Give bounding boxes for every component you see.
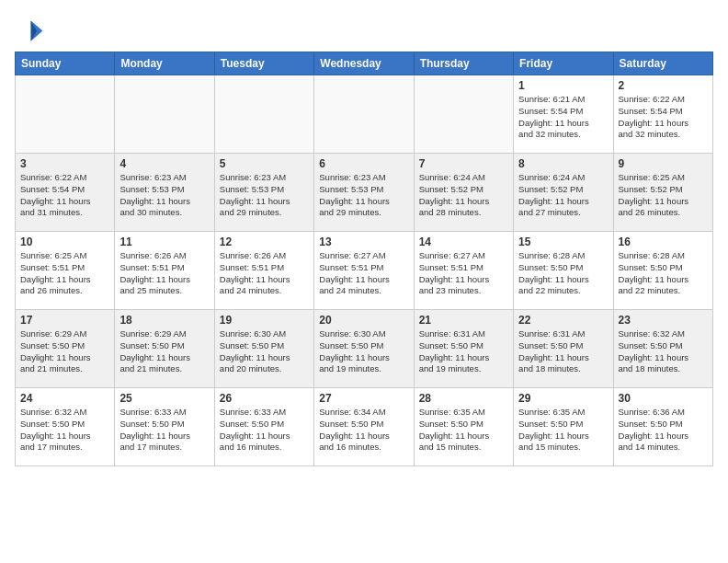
calendar-cell [314, 75, 414, 154]
day-number: 3 [20, 157, 109, 170]
day-info: Sunrise: 6:27 AM Sunset: 5:51 PM Dayligh… [319, 250, 408, 297]
day-number: 7 [419, 157, 508, 170]
day-info: Sunrise: 6:23 AM Sunset: 5:53 PM Dayligh… [119, 172, 209, 219]
calendar-cell: 17Sunrise: 6:29 AM Sunset: 5:50 PM Dayli… [16, 310, 115, 388]
day-number: 14 [419, 236, 508, 248]
day-info: Sunrise: 6:23 AM Sunset: 5:53 PM Dayligh… [319, 172, 408, 219]
day-info: Sunrise: 6:32 AM Sunset: 5:50 PM Dayligh… [619, 328, 708, 375]
calendar-cell: 5Sunrise: 6:23 AM Sunset: 5:53 PM Daylig… [214, 154, 313, 232]
weekday-header-friday: Friday [514, 52, 613, 75]
day-info: Sunrise: 6:26 AM Sunset: 5:51 PM Dayligh… [220, 250, 309, 297]
day-info: Sunrise: 6:24 AM Sunset: 5:52 PM Dayligh… [518, 172, 608, 219]
calendar-cell: 18Sunrise: 6:29 AM Sunset: 5:50 PM Dayli… [115, 310, 214, 388]
calendar-cell: 16Sunrise: 6:28 AM Sunset: 5:50 PM Dayli… [613, 232, 712, 310]
day-number: 16 [619, 236, 708, 248]
day-number: 4 [119, 157, 209, 170]
day-number: 1 [518, 79, 608, 92]
day-number: 13 [319, 236, 408, 248]
weekday-header-saturday: Saturday [613, 52, 712, 75]
day-number: 27 [319, 392, 408, 405]
day-info: Sunrise: 6:32 AM Sunset: 5:50 PM Dayligh… [20, 407, 109, 454]
day-info: Sunrise: 6:35 AM Sunset: 5:50 PM Dayligh… [419, 407, 508, 454]
calendar-cell: 6Sunrise: 6:23 AM Sunset: 5:53 PM Daylig… [314, 154, 414, 232]
calendar-cell: 21Sunrise: 6:31 AM Sunset: 5:50 PM Dayli… [414, 310, 513, 388]
day-number: 29 [518, 392, 608, 405]
calendar-cell: 20Sunrise: 6:30 AM Sunset: 5:50 PM Dayli… [314, 310, 414, 388]
day-info: Sunrise: 6:22 AM Sunset: 5:54 PM Dayligh… [20, 172, 109, 219]
day-info: Sunrise: 6:27 AM Sunset: 5:51 PM Dayligh… [419, 250, 508, 297]
calendar-cell [414, 75, 513, 154]
day-number: 21 [419, 314, 508, 327]
weekday-header-thursday: Thursday [414, 52, 513, 75]
logo-icon [15, 15, 44, 44]
calendar-week-row: 10Sunrise: 6:25 AM Sunset: 5:51 PM Dayli… [16, 232, 713, 310]
calendar-table: SundayMondayTuesdayWednesdayThursdayFrid… [15, 52, 713, 466]
day-info: Sunrise: 6:30 AM Sunset: 5:50 PM Dayligh… [220, 328, 309, 375]
day-number: 10 [20, 236, 109, 248]
calendar-cell: 4Sunrise: 6:23 AM Sunset: 5:53 PM Daylig… [115, 154, 214, 232]
day-number: 5 [220, 157, 309, 170]
calendar-cell: 10Sunrise: 6:25 AM Sunset: 5:51 PM Dayli… [16, 232, 115, 310]
day-number: 2 [619, 79, 708, 92]
calendar-cell: 28Sunrise: 6:35 AM Sunset: 5:50 PM Dayli… [414, 388, 513, 466]
day-info: Sunrise: 6:21 AM Sunset: 5:54 PM Dayligh… [518, 94, 608, 141]
page-header [15, 15, 713, 44]
calendar-header-row: SundayMondayTuesdayWednesdayThursdayFrid… [16, 52, 713, 75]
day-info: Sunrise: 6:34 AM Sunset: 5:50 PM Dayligh… [319, 407, 408, 454]
day-info: Sunrise: 6:26 AM Sunset: 5:51 PM Dayligh… [119, 250, 209, 297]
day-number: 24 [20, 392, 109, 405]
calendar-cell: 15Sunrise: 6:28 AM Sunset: 5:50 PM Dayli… [514, 232, 613, 310]
day-number: 28 [419, 392, 508, 405]
weekday-header-tuesday: Tuesday [214, 52, 313, 75]
calendar-cell: 13Sunrise: 6:27 AM Sunset: 5:51 PM Dayli… [314, 232, 414, 310]
calendar-cell: 27Sunrise: 6:34 AM Sunset: 5:50 PM Dayli… [314, 388, 414, 466]
calendar-cell: 11Sunrise: 6:26 AM Sunset: 5:51 PM Dayli… [115, 232, 214, 310]
day-number: 9 [619, 157, 708, 170]
calendar-cell: 2Sunrise: 6:22 AM Sunset: 5:54 PM Daylig… [613, 75, 712, 154]
calendar-cell: 3Sunrise: 6:22 AM Sunset: 5:54 PM Daylig… [16, 154, 115, 232]
calendar-cell [115, 75, 214, 154]
day-info: Sunrise: 6:31 AM Sunset: 5:50 PM Dayligh… [518, 328, 608, 375]
day-number: 23 [619, 314, 708, 327]
day-info: Sunrise: 6:28 AM Sunset: 5:50 PM Dayligh… [518, 250, 608, 297]
day-info: Sunrise: 6:29 AM Sunset: 5:50 PM Dayligh… [119, 328, 209, 375]
calendar-cell: 19Sunrise: 6:30 AM Sunset: 5:50 PM Dayli… [214, 310, 313, 388]
calendar-cell: 8Sunrise: 6:24 AM Sunset: 5:52 PM Daylig… [514, 154, 613, 232]
day-number: 6 [319, 157, 408, 170]
day-info: Sunrise: 6:33 AM Sunset: 5:50 PM Dayligh… [220, 407, 309, 454]
calendar-week-row: 17Sunrise: 6:29 AM Sunset: 5:50 PM Dayli… [16, 310, 713, 388]
calendar-cell [16, 75, 115, 154]
day-info: Sunrise: 6:29 AM Sunset: 5:50 PM Dayligh… [20, 328, 109, 375]
day-info: Sunrise: 6:33 AM Sunset: 5:50 PM Dayligh… [119, 407, 209, 454]
day-number: 20 [319, 314, 408, 327]
day-info: Sunrise: 6:23 AM Sunset: 5:53 PM Dayligh… [220, 172, 309, 219]
calendar-cell: 22Sunrise: 6:31 AM Sunset: 5:50 PM Dayli… [514, 310, 613, 388]
day-number: 15 [518, 236, 608, 248]
calendar-cell: 14Sunrise: 6:27 AM Sunset: 5:51 PM Dayli… [414, 232, 513, 310]
day-info: Sunrise: 6:36 AM Sunset: 5:50 PM Dayligh… [619, 407, 708, 454]
calendar-cell: 24Sunrise: 6:32 AM Sunset: 5:50 PM Dayli… [16, 388, 115, 466]
day-info: Sunrise: 6:22 AM Sunset: 5:54 PM Dayligh… [619, 94, 708, 141]
day-number: 25 [119, 392, 209, 405]
calendar-cell: 29Sunrise: 6:35 AM Sunset: 5:50 PM Dayli… [514, 388, 613, 466]
day-info: Sunrise: 6:25 AM Sunset: 5:52 PM Dayligh… [619, 172, 708, 219]
logo [15, 15, 48, 44]
day-number: 26 [220, 392, 309, 405]
calendar-cell: 23Sunrise: 6:32 AM Sunset: 5:50 PM Dayli… [613, 310, 712, 388]
day-info: Sunrise: 6:25 AM Sunset: 5:51 PM Dayligh… [20, 250, 109, 297]
day-number: 12 [220, 236, 309, 248]
calendar-week-row: 3Sunrise: 6:22 AM Sunset: 5:54 PM Daylig… [16, 154, 713, 232]
day-number: 19 [220, 314, 309, 327]
calendar-cell: 26Sunrise: 6:33 AM Sunset: 5:50 PM Dayli… [214, 388, 313, 466]
day-number: 17 [20, 314, 109, 327]
calendar-cell: 30Sunrise: 6:36 AM Sunset: 5:50 PM Dayli… [613, 388, 712, 466]
day-info: Sunrise: 6:24 AM Sunset: 5:52 PM Dayligh… [419, 172, 508, 219]
day-number: 11 [119, 236, 209, 248]
calendar-cell: 1Sunrise: 6:21 AM Sunset: 5:54 PM Daylig… [514, 75, 613, 154]
day-info: Sunrise: 6:30 AM Sunset: 5:50 PM Dayligh… [319, 328, 408, 375]
day-number: 8 [518, 157, 608, 170]
day-info: Sunrise: 6:35 AM Sunset: 5:50 PM Dayligh… [518, 407, 608, 454]
day-number: 30 [619, 392, 708, 405]
calendar-cell [214, 75, 313, 154]
calendar-week-row: 24Sunrise: 6:32 AM Sunset: 5:50 PM Dayli… [16, 388, 713, 466]
